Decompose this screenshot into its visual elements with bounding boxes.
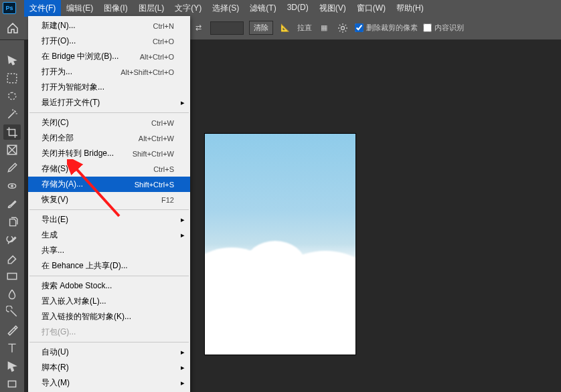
width-field[interactable] bbox=[210, 21, 244, 35]
content-aware-checkbox[interactable]: 内容识别 bbox=[423, 23, 464, 33]
crop-tool[interactable] bbox=[3, 124, 21, 140]
menu-item[interactable]: 关闭全部Alt+Ctrl+W bbox=[28, 130, 190, 146]
type-tool[interactable] bbox=[3, 340, 21, 356]
menu-item[interactable]: 打开为智能对象... bbox=[28, 80, 190, 95]
menu-item-label: 导入(M) bbox=[42, 377, 70, 389]
ps-logo: Ps bbox=[3, 2, 16, 14]
menu-滤镜[interactable]: 滤镜(T) bbox=[244, 0, 281, 17]
eyedropper-tool[interactable] bbox=[3, 160, 21, 176]
gradient-tool[interactable] bbox=[3, 268, 21, 284]
menu-item-label: 存储(S) bbox=[42, 163, 68, 175]
grid-icon[interactable]: ▦ bbox=[317, 21, 331, 35]
brush-tool[interactable] bbox=[3, 196, 21, 212]
menu-item-label: 自动(U) bbox=[42, 347, 69, 358]
content-aware-label: 内容识别 bbox=[434, 23, 464, 33]
menu-item[interactable]: 打开(O)...Ctrl+O bbox=[28, 33, 190, 49]
menu-item-shortcut: F12 bbox=[161, 196, 174, 204]
content-aware-input[interactable] bbox=[423, 23, 432, 32]
straighten-label: 拉直 bbox=[297, 23, 312, 33]
menu-item[interactable]: 共享... bbox=[28, 243, 190, 258]
menu-item-label: 共享... bbox=[42, 245, 64, 256]
menu-item-label: 打开为... bbox=[42, 66, 72, 78]
pen-tool[interactable] bbox=[3, 322, 21, 338]
menu-separator bbox=[29, 342, 189, 342]
menu-item[interactable]: 恢复(V)F12 bbox=[28, 192, 190, 207]
menu-item[interactable]: 存储(S)Ctrl+S bbox=[28, 161, 190, 177]
menu-item[interactable]: 自动(U) bbox=[28, 345, 190, 360]
dodge-tool[interactable] bbox=[3, 304, 21, 320]
menu-文件[interactable]: 文件(F) bbox=[24, 0, 61, 17]
swap-icon[interactable]: ⇄ bbox=[191, 21, 205, 35]
menu-item-label: 置入嵌入对象(L)... bbox=[42, 296, 106, 307]
menu-item-label: 搜索 Adobe Stock... bbox=[42, 280, 112, 292]
menu-窗口[interactable]: 窗口(W) bbox=[351, 0, 391, 17]
delete-cropped-label: 删除裁剪的像素 bbox=[366, 23, 418, 33]
menu-item-shortcut: Alt+Ctrl+W bbox=[139, 134, 174, 142]
frame-tool[interactable] bbox=[3, 142, 21, 158]
menu-item-shortcut: Ctrl+N bbox=[153, 22, 174, 30]
menu-item[interactable]: 在 Bridge 中浏览(B)...Alt+Ctrl+O bbox=[28, 49, 190, 64]
menu-separator bbox=[29, 112, 189, 113]
healing-tool[interactable] bbox=[3, 178, 21, 194]
menu-编辑[interactable]: 编辑(E) bbox=[61, 0, 98, 17]
menu-图像[interactable]: 图像(I) bbox=[98, 0, 133, 17]
toolbox bbox=[0, 40, 24, 392]
menu-item-label: 关闭(C) bbox=[42, 117, 69, 128]
menu-item[interactable]: 搜索 Adobe Stock... bbox=[28, 278, 190, 294]
menu-item[interactable]: 新建(N)...Ctrl+N bbox=[28, 18, 190, 33]
delete-cropped-checkbox[interactable]: 删除裁剪的像素 bbox=[355, 23, 418, 33]
menu-item[interactable]: 在 Behance 上共享(D)... bbox=[28, 258, 190, 274]
move-tool[interactable] bbox=[3, 52, 21, 68]
menu-item-label: 打开(O)... bbox=[42, 35, 76, 47]
menu-item[interactable]: 关闭并转到 Bridge...Shift+Ctrl+W bbox=[28, 146, 190, 161]
menu-item[interactable]: 置入链接的智能对象(K)... bbox=[28, 309, 190, 324]
menu-item-shortcut: Ctrl+W bbox=[151, 119, 174, 127]
clone-tool[interactable] bbox=[3, 214, 21, 230]
svg-point-0 bbox=[341, 26, 345, 29]
menu-item-shortcut: Alt+Ctrl+O bbox=[140, 53, 174, 61]
menu-item[interactable]: 脚本(R) bbox=[28, 360, 190, 375]
delete-cropped-input[interactable] bbox=[355, 23, 364, 32]
menu-item-shortcut: Shift+Ctrl+S bbox=[135, 181, 174, 189]
magic-wand-tool[interactable] bbox=[3, 106, 21, 122]
menu-图层[interactable]: 图层(L) bbox=[133, 0, 170, 17]
path-select-tool[interactable] bbox=[3, 358, 21, 374]
menubar: Ps 文件(F)编辑(E)图像(I)图层(L)文字(Y)选择(S)滤镜(T)3D… bbox=[0, 0, 561, 16]
menu-item[interactable]: 导入(M) bbox=[28, 375, 190, 391]
menu-separator bbox=[29, 209, 189, 210]
menu-item[interactable]: 打开为...Alt+Shift+Ctrl+O bbox=[28, 64, 190, 80]
menu-文字[interactable]: 文字(Y) bbox=[169, 0, 207, 17]
menu-item-label: 打开为智能对象... bbox=[42, 82, 104, 93]
lasso-tool[interactable] bbox=[3, 88, 21, 104]
menu-item-label: 恢复(V) bbox=[42, 194, 68, 205]
menu-item[interactable]: 导出(E) bbox=[28, 212, 190, 227]
open-document[interactable] bbox=[205, 134, 355, 355]
eraser-tool[interactable] bbox=[3, 250, 21, 266]
blur-tool[interactable] bbox=[3, 286, 21, 302]
menu-item-shortcut: Ctrl+O bbox=[153, 37, 174, 45]
menu-视图[interactable]: 视图(V) bbox=[314, 0, 351, 17]
gear-icon[interactable] bbox=[336, 21, 349, 35]
straighten-icon[interactable]: 📐 bbox=[278, 21, 292, 35]
menu-item-label: 生成 bbox=[42, 229, 58, 241]
menu-item-label: 在 Behance 上共享(D)... bbox=[42, 260, 128, 272]
menu-item-label: 存储为(A)... bbox=[42, 179, 83, 190]
menu-帮助[interactable]: 帮助(H) bbox=[391, 0, 429, 17]
menu-选择[interactable]: 选择(S) bbox=[207, 0, 244, 17]
file-menu-dropdown: 新建(N)...Ctrl+N打开(O)...Ctrl+O在 Bridge 中浏览… bbox=[28, 16, 190, 392]
menu-item[interactable]: 置入嵌入对象(L)... bbox=[28, 294, 190, 309]
menu-item[interactable]: 关闭(C)Ctrl+W bbox=[28, 115, 190, 130]
history-brush-tool[interactable] bbox=[3, 232, 21, 248]
menu-item-label: 置入链接的智能对象(K)... bbox=[42, 311, 131, 322]
menu-item-label: 新建(N)... bbox=[42, 20, 76, 31]
rectangle-tool[interactable] bbox=[3, 376, 21, 392]
clear-button[interactable]: 清除 bbox=[249, 21, 273, 35]
menu-item[interactable]: 生成 bbox=[28, 227, 190, 243]
menu-3d[interactable]: 3D(D) bbox=[282, 0, 314, 17]
home-icon[interactable] bbox=[5, 21, 20, 35]
menu-separator bbox=[29, 276, 189, 276]
menu-item[interactable]: 最近打开文件(T) bbox=[28, 95, 190, 110]
menu-item-shortcut: Ctrl+S bbox=[153, 165, 174, 173]
marquee-tool[interactable] bbox=[3, 70, 21, 86]
menu-item[interactable]: 存储为(A)...Shift+Ctrl+S bbox=[28, 177, 190, 192]
